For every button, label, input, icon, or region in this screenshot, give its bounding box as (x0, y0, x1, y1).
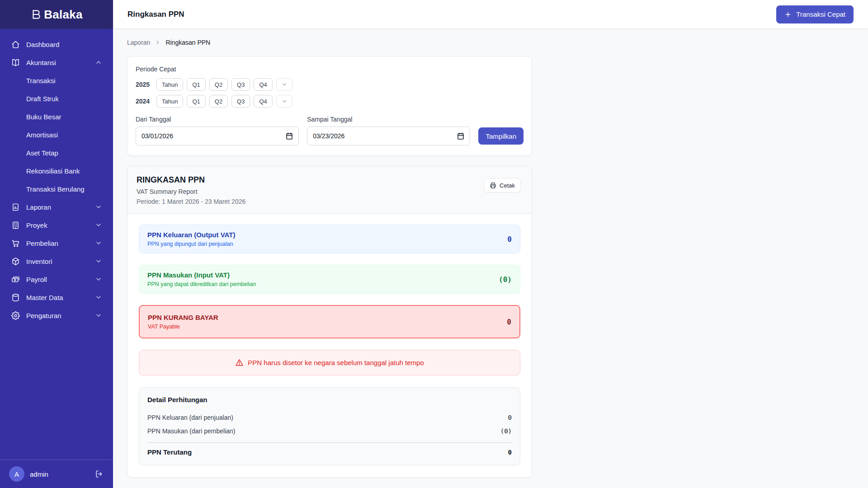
chevron-down-icon (281, 81, 288, 88)
balaka-logo-icon (30, 9, 42, 20)
logout-icon[interactable] (94, 469, 104, 479)
sidebar-user-section: A admin (0, 460, 113, 488)
output-vat-value: 0 (507, 235, 512, 244)
chevron-down-icon (95, 276, 102, 283)
detail-row-value: (0) (500, 427, 512, 435)
chevron-down-icon (95, 258, 102, 265)
sidebar-item-laporan[interactable]: Laporan (5, 198, 108, 216)
page-title: Ringkasan PPN (127, 10, 184, 19)
sidebar-item-label: Proyek (26, 221, 89, 229)
chevron-right-icon (155, 39, 161, 46)
from-date-label: Dari Tanggal (136, 116, 299, 123)
sidebar-item-pengaturan[interactable]: Pengaturan (5, 306, 108, 324)
chevron-down-icon (95, 203, 102, 211)
period-2025-q1-button[interactable]: Q1 (187, 78, 205, 91)
input-vat-box: PPN Masukan (Input VAT) PPN yang dapat d… (139, 265, 520, 294)
detail-title: Detail Perhitungan (147, 396, 512, 404)
sidebar-subitem-amortisasi[interactable]: Amortisasi (5, 126, 108, 144)
to-date-input[interactable] (307, 127, 470, 145)
sidebar-subitem-transaksi[interactable]: Transaksi (5, 71, 108, 89)
report-period: Periode: 1 Maret 2026 - 23 Maret 2026 (137, 198, 245, 205)
detail-divider (147, 442, 512, 443)
home-icon (11, 40, 20, 49)
sidebar-item-inventori[interactable]: Inventori (5, 252, 108, 270)
vat-payable-box: PPN KURANG BAYAR VAT Payable 0 (139, 305, 520, 338)
chevron-down-icon (95, 239, 102, 247)
book-open-icon (11, 58, 20, 67)
period-2024-q3-button[interactable]: Q3 (231, 95, 250, 108)
calculation-detail-box: Detail Perhitungan PPN Keluaran (dari pe… (139, 387, 520, 465)
user-name: admin (30, 470, 89, 478)
vat-summary-card: RINGKASAN PPN VAT Summary Report Periode… (127, 166, 532, 478)
banknotes-icon (11, 275, 20, 284)
sidebar-subitem-rekonsiliasi-bank[interactable]: Rekonsiliasi Bank (5, 162, 108, 180)
sidebar-item-label: Pembelian (26, 239, 89, 247)
sidebar-item-label: Akuntansi (26, 59, 89, 66)
warning-text: PPN harus disetor ke negara sebelum tang… (248, 359, 424, 366)
sidebar-item-pembelian[interactable]: Pembelian (5, 234, 108, 252)
sidebar-item-akuntansi[interactable]: Akuntansi (5, 53, 108, 71)
sidebar-subitem-transaksi-berulang[interactable]: Transaksi Berulang (5, 180, 108, 198)
cube-icon (11, 257, 20, 266)
database-icon (11, 293, 20, 302)
year-label: 2024 (136, 98, 153, 105)
report-document-icon (11, 202, 20, 211)
sidebar-item-label: Dashboard (26, 41, 102, 48)
report-subtitle: VAT Summary Report (137, 188, 245, 195)
avatar: A (9, 466, 24, 482)
input-vat-title: PPN Masukan (Input VAT) (147, 271, 256, 279)
detail-total-label: PPN Terutang (147, 448, 192, 456)
warning-triangle-icon (235, 358, 244, 367)
period-row-2024: 2024 Tahun Q1 Q2 Q3 Q4 (136, 95, 524, 108)
app-name: Balaka (44, 8, 83, 22)
breadcrumb-parent[interactable]: Laporan (127, 39, 150, 46)
period-2024-q1-button[interactable]: Q1 (187, 95, 205, 108)
period-2025-q2-button[interactable]: Q2 (209, 78, 228, 91)
period-2024-q4-button[interactable]: Q4 (254, 95, 272, 108)
period-2024-more-button[interactable] (276, 95, 292, 108)
breadcrumb: Laporan Ringkasan PPN (127, 39, 532, 46)
period-2024-tahun-button[interactable]: Tahun (156, 95, 183, 108)
show-report-label: Tampilkan (486, 132, 516, 140)
quick-transaction-button[interactable]: Transaksi Cepat (776, 5, 854, 23)
sidebar-subitem-draft-struk[interactable]: Draft Struk (5, 89, 108, 108)
date-range-row: Dari Tanggal Sampai Tanggal (136, 116, 524, 145)
chevron-down-icon (95, 221, 102, 229)
period-2025-q4-button[interactable]: Q4 (254, 78, 272, 91)
print-button[interactable]: Cetak (484, 178, 521, 192)
period-2025-q3-button[interactable]: Q3 (231, 78, 250, 91)
vat-payable-desc: VAT Payable (148, 324, 218, 330)
gear-icon (11, 311, 20, 320)
show-report-button[interactable]: Tampilkan (478, 127, 524, 145)
period-2025-more-button[interactable] (276, 78, 292, 91)
period-selector-card: Periode Cepat 2025 Tahun Q1 Q2 Q3 Q4 202… (127, 56, 532, 156)
from-date-input[interactable] (136, 127, 299, 145)
period-2024-q2-button[interactable]: Q2 (209, 95, 228, 108)
sidebar-item-master-data[interactable]: Master Data (5, 288, 108, 306)
detail-row-label: PPN Keluaran (dari penjualan) (147, 414, 233, 421)
chevron-down-icon (95, 294, 102, 301)
output-vat-box: PPN Keluaran (Output VAT) PPN yang dipun… (139, 225, 520, 253)
detail-row-value: 0 (508, 414, 512, 421)
year-label: 2025 (136, 81, 153, 88)
sidebar-item-label: Pengaturan (26, 312, 89, 319)
chevron-down-icon (281, 98, 288, 104)
to-date-label: Sampai Tanggal (307, 116, 470, 123)
app-logo: Balaka (0, 0, 113, 29)
sidebar-item-payroll[interactable]: Payroll (5, 270, 108, 288)
vat-due-warning: PPN harus disetor ke negara sebelum tang… (139, 350, 520, 375)
report-header: RINGKASAN PPN VAT Summary Report Periode… (127, 166, 532, 214)
output-vat-title: PPN Keluaran (Output VAT) (147, 231, 235, 239)
detail-total-row: PPN Terutang 0 (147, 445, 512, 456)
period-card-title: Periode Cepat (136, 66, 524, 73)
to-date-field: Sampai Tanggal (307, 116, 470, 145)
input-vat-desc: PPN yang dapat dikreditkan dari pembelia… (147, 281, 256, 287)
sidebar-subitem-aset-tetap[interactable]: Aset Tetap (5, 144, 108, 162)
sidebar-item-dashboard[interactable]: Dashboard (5, 35, 108, 53)
sidebar: Balaka Dashboard Akuntansi Transaksi Dra… (0, 0, 113, 488)
sidebar-item-proyek[interactable]: Proyek (5, 216, 108, 234)
chevron-up-icon (95, 59, 102, 66)
chevron-down-icon (95, 312, 102, 319)
sidebar-subitem-buku-besar[interactable]: Buku Besar (5, 108, 108, 126)
period-2025-tahun-button[interactable]: Tahun (156, 78, 183, 91)
